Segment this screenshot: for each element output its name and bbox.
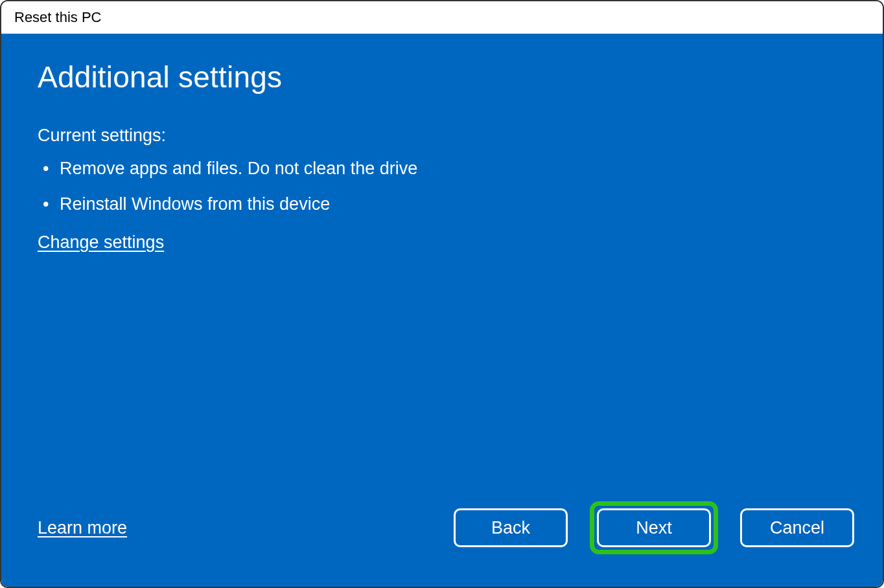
back-button[interactable]: Back xyxy=(454,508,568,547)
content-area: Additional settings Current settings: Re… xyxy=(1,34,883,587)
settings-item: Reinstall Windows from this device xyxy=(41,194,846,214)
button-row: Back Next Cancel xyxy=(454,501,854,554)
window-titlebar: Reset this PC xyxy=(1,1,883,34)
settings-item: Remove apps and files. Do not clean the … xyxy=(41,159,846,179)
cancel-button[interactable]: Cancel xyxy=(740,508,854,547)
next-button[interactable]: Next xyxy=(597,508,711,547)
change-settings-link[interactable]: Change settings xyxy=(38,232,846,253)
page-heading: Additional settings xyxy=(38,60,846,95)
footer: Learn more Back Next Cancel xyxy=(38,501,854,554)
current-settings-label: Current settings: xyxy=(38,126,846,146)
next-button-highlight: Next xyxy=(590,501,718,554)
window-title: Reset this PC xyxy=(14,9,102,25)
settings-list: Remove apps and files. Do not clean the … xyxy=(41,159,846,230)
reset-pc-window: Reset this PC Additional settings Curren… xyxy=(0,0,884,588)
learn-more-link[interactable]: Learn more xyxy=(38,518,127,538)
